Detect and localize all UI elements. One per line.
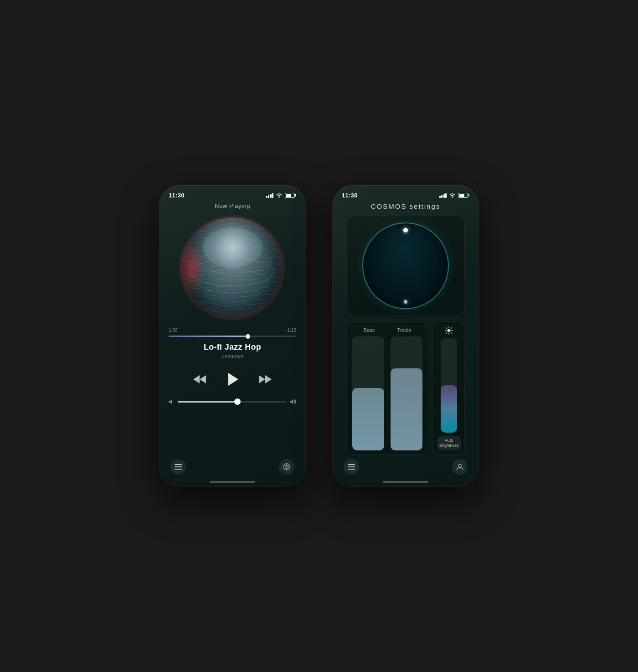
settings-title: COSMOS settings <box>371 202 441 210</box>
status-time-1: 11:30 <box>169 192 185 199</box>
volume-max-icon <box>290 399 296 404</box>
bass-label: Bass <box>364 327 375 333</box>
brightness-fill <box>441 385 457 432</box>
status-icons-1 <box>266 193 297 198</box>
now-playing-label: Now Playing <box>215 202 250 209</box>
rewind-button[interactable] <box>193 375 206 383</box>
treble-fill <box>391 368 422 450</box>
svg-rect-29 <box>348 466 355 467</box>
svg-marker-6 <box>193 375 200 383</box>
brightness-sun-icon <box>445 326 453 335</box>
svg-line-27 <box>446 333 447 334</box>
treble-slider[interactable] <box>391 336 422 450</box>
menu-icon-2 <box>348 464 355 470</box>
svg-marker-5 <box>200 375 206 383</box>
svg-rect-28 <box>348 464 355 465</box>
song-title: Lo-fi Jazz Hop <box>204 342 261 352</box>
menu-button-1[interactable] <box>170 459 186 475</box>
status-bar-1: 11:30 <box>160 186 305 202</box>
brightness-section: Auto Brightness <box>433 321 465 455</box>
svg-rect-13 <box>175 469 182 470</box>
music-player-content: Now Playing <box>160 202 305 455</box>
wifi-icon-1 <box>276 193 283 198</box>
svg-line-25 <box>451 333 452 334</box>
eq-brightness-section: Bass Treble <box>346 321 465 455</box>
cosmos-knob[interactable] <box>362 222 449 309</box>
eq-sliders <box>352 336 422 450</box>
progress-thumb[interactable] <box>246 334 250 339</box>
play-button[interactable] <box>222 369 243 390</box>
progress-section: 1:56 -1:12 <box>169 328 296 337</box>
svg-marker-7 <box>259 375 265 383</box>
knob-dot-bottom <box>404 300 407 304</box>
auto-brightness-label: Auto Brightness <box>437 436 461 450</box>
song-artist: unknown <box>221 353 243 360</box>
volume-fill <box>178 401 237 403</box>
svg-point-19 <box>448 329 451 332</box>
bass-slider[interactable] <box>352 336 384 450</box>
home-indicator-1 <box>210 481 255 483</box>
svg-rect-11 <box>175 464 182 465</box>
knob-dot-top <box>403 228 408 233</box>
treble-label: Treble <box>397 327 412 333</box>
progress-end: -1:12 <box>286 328 296 333</box>
knob-container[interactable] <box>346 216 465 316</box>
play-icon <box>228 373 238 386</box>
brightness-slider[interactable] <box>441 338 457 433</box>
bottom-nav-2 <box>333 455 478 478</box>
album-glow <box>178 240 205 295</box>
battery-icon-1 <box>285 193 296 198</box>
profile-icon <box>456 463 464 471</box>
eq-section: Bass Treble <box>346 321 428 455</box>
progress-fill <box>169 336 248 337</box>
album-art <box>182 217 283 318</box>
profile-button[interactable] <box>452 459 468 475</box>
svg-rect-12 <box>175 466 182 467</box>
equalizer-icon <box>283 463 291 470</box>
wifi-icon-2 <box>449 193 456 198</box>
equalizer-button[interactable] <box>279 459 294 475</box>
menu-icon-1 <box>175 464 182 470</box>
menu-button-2[interactable] <box>344 459 359 475</box>
cosmos-settings-content: COSMOS settings Bass Treble <box>333 202 478 455</box>
signal-icon-1 <box>266 193 274 198</box>
svg-marker-10 <box>290 399 293 404</box>
phones-container: 11:30 <box>160 186 478 486</box>
volume-thumb[interactable] <box>234 398 241 405</box>
svg-point-16 <box>286 466 287 467</box>
svg-line-26 <box>451 328 452 329</box>
progress-bar[interactable] <box>169 336 296 337</box>
volume-min-icon <box>169 399 174 404</box>
status-bar-2: 11:30 <box>333 186 478 202</box>
status-time-2: 11:30 <box>342 192 358 199</box>
fast-forward-button[interactable] <box>259 375 272 383</box>
signal-icon-2 <box>439 193 447 198</box>
svg-marker-8 <box>265 375 272 383</box>
home-indicator-2 <box>383 481 428 483</box>
battery-icon-2 <box>458 193 469 198</box>
progress-start: 1:56 <box>169 328 177 333</box>
svg-marker-9 <box>169 399 172 404</box>
svg-rect-30 <box>348 469 355 470</box>
phone-music-player: 11:30 <box>160 186 305 486</box>
volume-section <box>169 399 296 404</box>
svg-line-24 <box>446 328 447 329</box>
status-icons-2 <box>439 193 470 198</box>
volume-bar[interactable] <box>178 401 286 403</box>
phone-cosmos-settings: 11:30 <box>333 186 478 486</box>
bottom-nav-1 <box>160 455 305 478</box>
svg-point-31 <box>458 465 462 468</box>
bass-fill <box>352 388 384 451</box>
rewind-icon <box>193 375 206 383</box>
playback-controls <box>193 369 272 390</box>
fast-forward-icon <box>259 375 272 383</box>
